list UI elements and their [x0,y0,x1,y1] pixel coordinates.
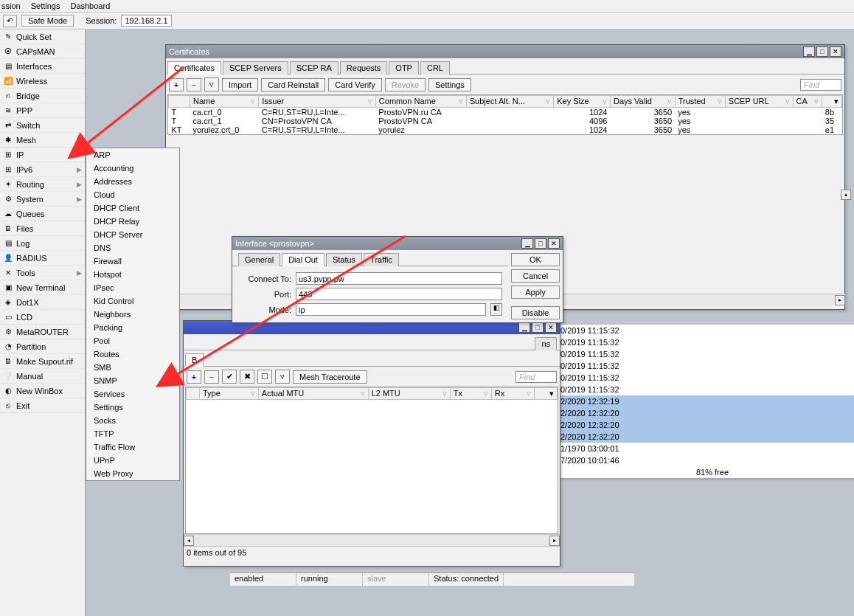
table-row[interactable]: Tca.crt_1CN=ProstoVPN CAProstoVPN CA4096… [169,117,842,125]
maximize-icon[interactable]: □ [816,46,828,57]
column-header[interactable] [169,96,190,108]
menu-item-dhcp-client[interactable]: DHCP Client [86,201,179,215]
session-address[interactable]: 192.168.2.1 [121,15,171,27]
menu-item-smb[interactable]: SMB [86,361,179,374]
log-row[interactable]: 2/2020 12:32:20 [558,419,854,431]
log-row[interactable]: 0/2019 11:15:32 [558,336,854,348]
menu-item-hotspot[interactable]: Hotspot [86,268,179,281]
sidebar-item-ipv6[interactable]: ⊞IPv6▶ [0,162,85,177]
menu-item-settings[interactable]: Settings [31,1,60,10]
disable-button[interactable]: ✖ [240,370,254,384]
column-header[interactable] [187,388,200,400]
column-header[interactable]: Subject Alt. N...▿ [466,96,553,108]
column-header[interactable]: ▾ [535,388,558,400]
log-row[interactable]: 0/2019 11:15:32 [558,372,854,384]
interface-titlebar[interactable]: Interface <prostovpn> ▁ □ ✕ [232,237,563,250]
tab-otp[interactable]: OTP [389,61,419,75]
log-row[interactable]: 0/2019 11:15:32 [558,384,854,395]
mesh-traceroute-button[interactable]: Mesh Traceroute [293,370,367,384]
menu-item-firewall[interactable]: Firewall [86,255,179,268]
interface-window[interactable]: Interface <prostovpn> ▁ □ ✕ GeneralDial … [232,236,563,323]
find-input[interactable]: Find [515,371,557,383]
scroll-right-icon[interactable]: ▸ [835,295,845,305]
ok-button[interactable]: OK [511,253,560,266]
scroll-left-icon[interactable]: ◂ [184,536,194,546]
add-button[interactable]: + [187,370,201,384]
menu-item-web-proxy[interactable]: Web Proxy [86,467,179,480]
undo-button[interactable]: ↶ [3,15,17,27]
sidebar-item-files[interactable]: 🗎Files [0,221,85,236]
tab-columns[interactable]: ns [535,337,557,350]
sidebar-item-ip[interactable]: ⊞IP▶ [0,148,85,162]
menu-item-arp[interactable]: ARP [86,148,179,162]
remove-button[interactable]: − [187,78,201,91]
tab-scep-servers[interactable]: SCEP Servers [223,61,288,75]
minimize-icon[interactable]: ▁ [521,238,533,249]
menu-item-routes[interactable]: Routes [86,347,179,361]
sidebar-item-new-winbox[interactable]: ◐New WinBox [0,384,85,398]
menu-item-upnp[interactable]: UPnP [86,454,179,467]
sidebar-item-switch[interactable]: ⇄Switch [0,118,85,133]
scroll-right-icon[interactable]: ▸ [549,536,560,546]
connect-to-input[interactable] [296,272,502,285]
sidebar-item-make-supout-rif[interactable]: 🗎Make Supout.rif [0,354,85,369]
menu-item-services[interactable]: Services [86,387,179,401]
filter-button[interactable]: ▿ [204,77,219,91]
remove-button[interactable]: − [204,370,219,384]
menu-item-addresses[interactable]: Addresses [86,175,179,188]
sidebar-item-exit[interactable]: ⎋Exit [0,398,85,413]
tab-b[interactable]: B [185,353,204,367]
sidebar-item-log[interactable]: ▤Log [0,236,85,251]
column-header[interactable]: Actual MTU▿ [258,388,368,400]
sidebar-item-interfaces[interactable]: ▤Interfaces [0,59,85,74]
safe-mode-button[interactable]: Safe Mode [21,15,74,27]
sidebar-item-metarouter[interactable]: ⚙MetaROUTER [0,325,85,339]
tab-status[interactable]: Status [326,253,362,266]
minimize-icon[interactable]: ▁ [803,46,815,57]
column-header[interactable]: SCEP URL▿ [725,96,793,108]
minimize-icon[interactable]: ▁ [518,322,530,333]
column-header[interactable]: Name▿ [190,96,258,108]
tab-dial-out[interactable]: Dial Out [282,253,324,266]
column-header[interactable]: Type▿ [200,388,259,400]
log-row[interactable]: 2/2020 12:32:20 [558,431,854,443]
mesh-window[interactable]: ▁ □ ✕ ns B + − ✔ ✖ ☐ ▿ Mesh Traceroute F… [183,320,560,567]
sidebar-item-new-terminal[interactable]: ▣New Terminal [0,280,85,295]
column-header[interactable]: Days Valid▿ [610,96,675,108]
column-header[interactable]: CA▿ [793,96,822,108]
tab-general[interactable]: General [238,253,280,266]
maximize-icon[interactable]: □ [532,322,544,333]
log-row[interactable]: 7/2020 10:01:46 [558,454,854,466]
menu-item-settings[interactable]: Settings [86,401,179,414]
column-header[interactable]: Trusted▿ [675,96,725,108]
column-header[interactable]: ▾ [822,96,842,108]
menu-item-cloud[interactable]: Cloud [86,188,179,201]
sidebar-item-bridge[interactable]: ⎌Bridge [0,89,85,103]
mode-input[interactable] [296,303,486,316]
filter-button[interactable]: ▿ [275,370,290,384]
enable-button[interactable]: ✔ [222,370,237,384]
column-header[interactable]: Common Name▿ [375,96,466,108]
sidebar-item-ppp[interactable]: ≋PPP [0,103,85,118]
disable-button[interactable]: Disable [511,306,560,319]
card-reinstall-button[interactable]: Card Reinstall [261,78,325,91]
card-verify-button[interactable]: Card Verify [328,78,381,91]
sidebar-item-system[interactable]: ⚙System▶ [0,192,85,207]
mesh-grid[interactable]: Type▿Actual MTU▿L2 MTU▿Tx▿Rx▿▾ [185,387,558,534]
tab-certificates[interactable]: Certificates [167,61,221,75]
menu-item-pool[interactable]: Pool [86,334,179,347]
comment-button[interactable]: ☐ [257,370,272,384]
tab-scep-ra[interactable]: SCEP RA [290,61,339,75]
sidebar-item-radius[interactable]: 👤RADIUS [0,251,85,266]
log-row[interactable]: 0/2019 11:15:32 [558,360,854,372]
close-icon[interactable]: ✕ [548,238,560,249]
sidebar-item-wireless[interactable]: 📶Wireless [0,74,85,89]
menu-item-packing[interactable]: Packing [86,321,179,334]
column-header[interactable]: Issuer▿ [259,96,376,108]
add-button[interactable]: + [169,78,184,91]
tab-traffic[interactable]: Traffic [364,253,399,266]
certificates-titlebar[interactable]: Certificates ▁ □ ✕ [166,45,844,58]
find-input[interactable]: Find [800,79,841,91]
apply-button[interactable]: Apply [511,285,560,299]
sidebar-item-queues[interactable]: ☁Queues [0,207,85,221]
